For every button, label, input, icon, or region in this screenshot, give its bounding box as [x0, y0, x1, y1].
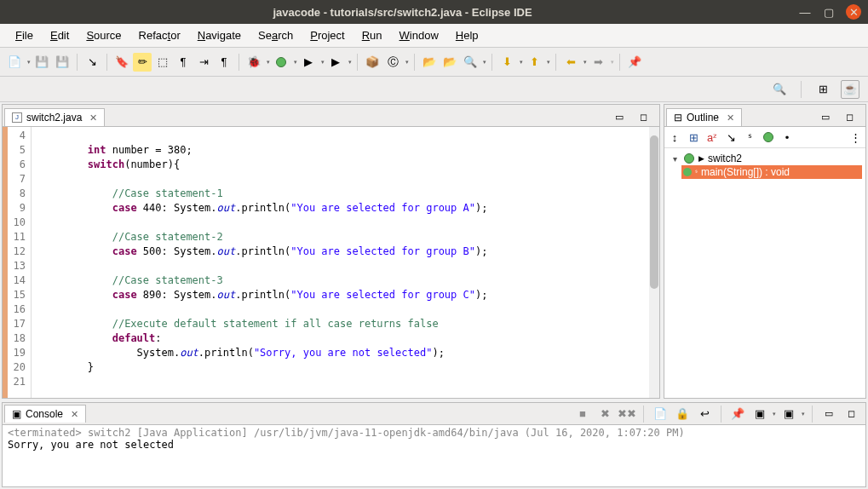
maximize-button[interactable]: ▢	[822, 5, 836, 19]
tab-width-button[interactable]: ⇥	[194, 53, 213, 72]
open-console-button[interactable]: ▣	[779, 405, 798, 423]
console-launch-header: <terminated> switch2 [Java Application] …	[8, 427, 860, 439]
run-icon	[276, 57, 286, 67]
hide-nonpublic-button[interactable]	[762, 130, 775, 144]
titlebar: javacode - tutorials/src/switch2.java - …	[0, 0, 868, 24]
remove-all-button[interactable]: ✖✖	[618, 405, 636, 423]
debug-button[interactable]: 🐞	[244, 53, 263, 72]
outline-menu-button[interactable]: ⋮	[848, 130, 862, 144]
show-whitespace-button[interactable]: ¶	[174, 53, 193, 72]
outline-minimize-button[interactable]: ▭	[816, 107, 835, 126]
console-body[interactable]: <terminated> switch2 [Java Application] …	[3, 425, 865, 486]
expand-icon[interactable]: ▾	[670, 154, 680, 164]
console-close-icon[interactable]: ✕	[71, 409, 78, 420]
save-all-button[interactable]: 💾	[53, 53, 72, 72]
editor-tab[interactable]: J switch2.java ✕	[4, 108, 105, 126]
hide-static-button[interactable]: ˢ	[743, 130, 756, 144]
outline-tab[interactable]: ⊟ Outline ✕	[666, 108, 742, 126]
console-maximize-button[interactable]: ◻	[842, 405, 860, 423]
outline-method-row[interactable]: ˢ main(String[]) : void	[681, 165, 862, 179]
menu-navigate[interactable]: Navigate	[189, 26, 250, 45]
quick-access-search-icon[interactable]: 🔍	[770, 80, 789, 99]
editor-tab-controls: ▭ ◻	[603, 107, 659, 126]
save-button[interactable]: 💾	[32, 53, 51, 72]
focus-button[interactable]: ↕	[668, 130, 681, 144]
toggle-mark-button[interactable]: 🔖	[112, 53, 131, 72]
separator	[239, 54, 239, 71]
open-task-button[interactable]: 📂	[440, 53, 459, 72]
outline-tab-controls: ▭ ◻	[809, 107, 865, 126]
sort-button[interactable]: ⊞	[687, 130, 700, 144]
next-annotation-button[interactable]: ⬇	[497, 53, 516, 72]
perspective-toolbar: 🔍 ⊞ ☕	[0, 77, 868, 102]
search-button[interactable]: 🔍	[461, 53, 480, 72]
open-type-button[interactable]: 📂	[420, 53, 439, 72]
clear-console-button[interactable]: 📄	[651, 405, 670, 423]
separator	[491, 54, 492, 71]
outline-icon: ⊟	[674, 112, 682, 124]
maximize-view-button[interactable]: ◻	[634, 107, 652, 126]
separator	[414, 54, 415, 71]
menu-project[interactable]: Project	[302, 26, 353, 45]
console-output-line: Sorry, you are not selected	[8, 439, 860, 451]
highlight-button[interactable]: ✏	[133, 53, 152, 72]
menu-help[interactable]: Help	[447, 26, 487, 45]
pin-editor-button[interactable]: 📌	[625, 53, 644, 72]
outline-panel: ⊟ Outline ✕ ▭ ◻ ↕ ⊞ aᶻ ↘ ˢ • ⋮ ▾ ▶	[664, 104, 866, 399]
back-button[interactable]: ⬅	[561, 53, 580, 72]
new-package-button[interactable]: 📦	[363, 53, 382, 72]
console-minimize-button[interactable]: ▭	[819, 405, 838, 423]
console-tab-row: ▣ Console ✕ ■ ✖ ✖✖ 📄 🔒 ↩ 📌 ▣ ▣ ▭ ◻	[3, 403, 865, 425]
minimize-button[interactable]: —	[798, 5, 812, 19]
menu-run[interactable]: Run	[354, 26, 391, 45]
prev-annotation-button[interactable]: ⬆	[525, 53, 543, 72]
editor-scrollbar[interactable]	[649, 127, 659, 398]
az-sort-button[interactable]: aᶻ	[705, 130, 719, 144]
menu-edit[interactable]: Edit	[42, 26, 78, 45]
outline-close-icon[interactable]: ✕	[727, 112, 734, 124]
console-tab[interactable]: ▣ Console ✕	[4, 405, 86, 423]
window-controls: — ▢ ✕	[798, 4, 861, 20]
scroll-lock-button[interactable]: 🔒	[673, 405, 692, 423]
java-file-icon: J	[12, 112, 22, 123]
outline-class-label: switch2	[708, 152, 742, 164]
scrollbar-thumb[interactable]	[650, 135, 658, 289]
toggle-block-button[interactable]: ⬚	[153, 53, 172, 72]
external-tools-button[interactable]: ▶	[326, 53, 345, 72]
outline-maximize-button[interactable]: ◻	[840, 107, 859, 126]
pilcrow-button[interactable]: ¶	[215, 53, 233, 72]
console-icon: ▣	[12, 408, 21, 420]
tab-label: switch2.java	[26, 112, 82, 124]
display-console-button[interactable]: ▣	[750, 405, 769, 423]
word-wrap-button[interactable]: ↩	[695, 405, 714, 423]
separator	[619, 54, 620, 71]
new-class-button[interactable]: Ⓒ	[383, 53, 402, 72]
close-button[interactable]: ✕	[846, 4, 861, 20]
menu-search[interactable]: Search	[250, 26, 302, 45]
menu-source[interactable]: Source	[78, 26, 129, 45]
run-button[interactable]	[272, 53, 290, 72]
new-button[interactable]: 📄	[5, 53, 24, 72]
hide-local-button[interactable]: •	[780, 130, 794, 144]
terminate-button[interactable]: ■	[573, 405, 592, 423]
outline-class-row[interactable]: ▾ ▶ switch2	[668, 152, 862, 165]
menu-window[interactable]: Window	[391, 26, 447, 45]
pin-console-button[interactable]: 📌	[728, 405, 747, 423]
java-perspective-button[interactable]: ☕	[841, 80, 859, 99]
separator	[721, 406, 721, 423]
remove-launch-button[interactable]: ✖	[595, 405, 614, 423]
static-decorator-icon: ˢ	[695, 169, 698, 176]
minimize-view-button[interactable]: ▭	[610, 107, 629, 126]
coverage-button[interactable]: ▶	[299, 53, 318, 72]
code-area[interactable]: int number = 380; switch(number){ //Case…	[32, 127, 659, 398]
forward-button[interactable]: ➡	[589, 53, 607, 72]
toggle-breadcrumb-button[interactable]: ↘	[83, 53, 101, 72]
editor-body[interactable]: 456789101112131415161718192021 int numbe…	[3, 127, 659, 398]
main-toolbar: 📄 💾 💾 ↘ 🔖 ✏ ⬚ ¶ ⇥ ¶ 🐞 ▶ ▶ 📦 Ⓒ 📂 📂 🔍 ⬇ ⬆ …	[0, 48, 868, 77]
open-perspective-button[interactable]: ⊞	[813, 80, 832, 99]
run-decorator-icon: ▶	[698, 154, 704, 163]
menu-file[interactable]: File	[7, 26, 42, 45]
hide-fields-button[interactable]: ↘	[724, 130, 738, 144]
menu-refactor[interactable]: Refactor	[130, 26, 189, 45]
tab-close-icon[interactable]: ✕	[89, 112, 97, 124]
